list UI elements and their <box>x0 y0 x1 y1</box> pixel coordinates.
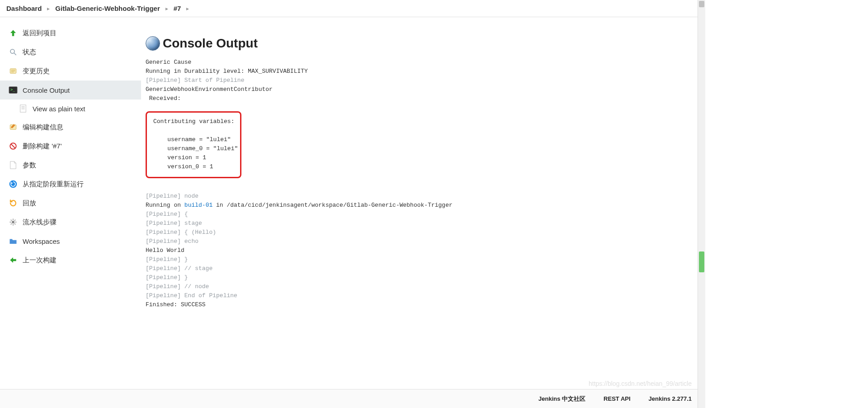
sidebar-item-steps[interactable]: 流水线步骤 <box>0 213 141 232</box>
svg-line-22 <box>14 223 15 224</box>
sidebar-item-label: 返回到项目 <box>23 29 57 38</box>
left-arrow-icon <box>8 255 18 265</box>
console-output: Generic Cause Running in Durability leve… <box>146 58 701 103</box>
terminal-icon: >_ <box>8 85 18 95</box>
notes-icon <box>8 66 18 76</box>
sidebar-item-label: 回放 <box>23 199 36 208</box>
chevron-right-icon: ▸ <box>47 5 50 12</box>
notes-icon <box>8 122 18 132</box>
folder-icon <box>8 236 18 246</box>
breadcrumb: Dashboard ▸ Gitlab-Generic-Webhook-Trigg… <box>0 0 705 17</box>
scroll-thumb[interactable] <box>699 1 704 7</box>
sidebar: 返回到项目 状态 变更历史 >_ Console Output View as … <box>0 17 141 389</box>
sidebar-item-deletebuild[interactable]: 删除构建 '#7' <box>0 137 141 156</box>
contributing-variables-box: Contributing variables: username = "lule… <box>146 111 241 178</box>
svg-line-23 <box>11 223 12 224</box>
restart-icon <box>8 179 18 189</box>
sidebar-item-editbuild[interactable]: 编辑构建信息 <box>0 118 141 137</box>
sidebar-item-label: 流水线步骤 <box>23 218 57 227</box>
sidebar-item-label: 参数 <box>23 161 36 170</box>
page-icon <box>8 160 18 170</box>
sidebar-item-label: 删除构建 '#7' <box>23 142 62 151</box>
footer-community-link[interactable]: Jenkins 中文社区 <box>538 395 585 403</box>
gear-icon <box>8 217 18 227</box>
sidebar-item-prevbuild[interactable]: 上一次构建 <box>0 251 141 270</box>
sidebar-item-changes[interactable]: 变更历史 <box>0 62 141 81</box>
sidebar-item-label: 编辑构建信息 <box>23 123 63 132</box>
sidebar-item-plaintext[interactable]: View as plain text <box>0 100 141 118</box>
footer: Jenkins 中文社区 REST API Jenkins 2.277.1 <box>0 389 705 408</box>
chevron-right-icon: ▸ <box>186 5 189 12</box>
sidebar-item-restart[interactable]: 从指定阶段重新运行 <box>0 175 141 194</box>
sidebar-item-label: 上一次构建 <box>23 256 57 265</box>
sidebar-item-replay[interactable]: 回放 <box>0 194 141 213</box>
svg-rect-8 <box>20 105 26 112</box>
page-title: Console Output <box>146 36 701 51</box>
sidebar-item-label: View as plain text <box>33 105 85 113</box>
sidebar-item-params[interactable]: 参数 <box>0 156 141 175</box>
breadcrumb-build[interactable]: #7 <box>174 5 181 12</box>
main-panel: Console Output Generic Cause Running in … <box>141 17 705 389</box>
build-status-orb-icon <box>146 36 160 51</box>
sidebar-item-workspaces[interactable]: Workspaces <box>0 232 141 251</box>
sidebar-item-label: 从指定阶段重新运行 <box>23 180 84 189</box>
footer-restapi-link[interactable]: REST API <box>604 395 630 402</box>
page-title-text: Console Output <box>163 36 258 51</box>
sidebar-item-back[interactable]: 返回到项目 <box>0 24 141 43</box>
svg-point-0 <box>10 49 14 53</box>
sidebar-item-label: Console Output <box>23 86 70 94</box>
svg-point-16 <box>12 221 14 223</box>
svg-line-14 <box>11 144 15 148</box>
svg-text:>_: >_ <box>10 88 15 92</box>
sidebar-item-label: Workspaces <box>23 237 60 245</box>
scroll-marker[interactable] <box>699 251 704 272</box>
no-entry-icon <box>8 141 18 151</box>
redo-icon <box>8 198 18 208</box>
sidebar-item-label: 状态 <box>23 48 36 57</box>
sidebar-item-status[interactable]: 状态 <box>0 43 141 62</box>
sidebar-item-console[interactable]: >_ Console Output <box>0 81 141 100</box>
svg-line-24 <box>14 220 15 221</box>
scrollbar[interactable] <box>698 0 705 408</box>
breadcrumb-dashboard[interactable]: Dashboard <box>6 5 42 12</box>
contributing-variables-content: Contributing variables: username = "lule… <box>153 117 234 171</box>
svg-line-21 <box>11 220 12 221</box>
svg-line-1 <box>14 53 16 55</box>
console-output-continued: [Pipeline] node Running on build-01 in /… <box>146 192 701 309</box>
node-link[interactable]: build-01 <box>184 202 212 209</box>
document-icon <box>18 104 28 114</box>
footer-version: Jenkins 2.277.1 <box>649 395 692 402</box>
search-icon <box>8 47 18 57</box>
sidebar-item-label: 变更历史 <box>23 67 50 76</box>
breadcrumb-job[interactable]: Gitlab-Generic-Webhook-Trigger <box>55 5 160 12</box>
up-arrow-icon <box>8 28 18 38</box>
chevron-right-icon: ▸ <box>165 5 168 12</box>
